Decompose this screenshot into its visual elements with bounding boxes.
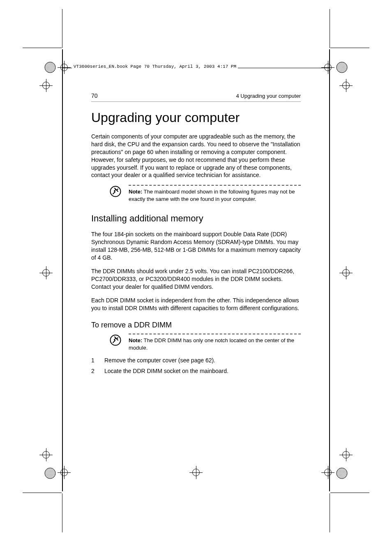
crop-mark — [330, 48, 369, 48]
body-paragraph: The DDR DIMMs should work under 2.5 volt… — [91, 267, 301, 291]
crop-mark — [330, 9, 330, 48]
svg-point-7 — [337, 468, 347, 479]
body-paragraph: Each DDR DIMM socket is independent from… — [91, 297, 301, 312]
note-block: Note: The DDR DIMM has only one notch lo… — [91, 334, 301, 351]
note-block: Note: The mainboard model shown in the f… — [91, 185, 301, 203]
crop-mark — [330, 493, 369, 493]
svg-point-1 — [45, 62, 55, 73]
page-content: 70 4 Upgrading your computer Upgrading y… — [91, 92, 301, 377]
page-header: 70 4 Upgrading your computer — [91, 92, 301, 99]
note-text: Note: The DDR DIMM has only one notch lo… — [129, 337, 301, 351]
registration-mark-icon — [336, 62, 348, 73]
crosshair-icon — [39, 266, 53, 279]
crop-mark — [62, 9, 62, 48]
page-number: 70 — [91, 92, 98, 99]
crop-mark — [330, 493, 330, 532]
registration-mark-icon — [336, 467, 348, 479]
intro-paragraph: Certain components of your computer are … — [91, 133, 301, 179]
svg-point-8 — [111, 187, 121, 197]
svg-point-5 — [45, 468, 55, 479]
section-heading: Installing additional memory — [91, 213, 301, 224]
note-icon — [110, 186, 121, 197]
dashed-divider — [129, 334, 301, 334]
header-divider — [91, 101, 301, 102]
note-text: Note: The mainboard model shown in the f… — [129, 188, 301, 203]
note-icon — [110, 334, 121, 346]
crosshair-icon — [39, 79, 53, 92]
step-number: 1 — [91, 356, 104, 365]
step-item: 1 Remove the computer cover (see page 62… — [91, 356, 301, 365]
crosshair-icon — [339, 448, 353, 461]
step-text: Remove the computer cover (see page 62). — [104, 356, 215, 365]
step-text: Locate the DDR DIMM socket on the mainbo… — [104, 366, 228, 375]
body-paragraph: The four 184-pin sockets on the mainboar… — [91, 230, 301, 262]
subsection-heading: To remove a DDR DIMM — [91, 321, 301, 329]
crop-mark — [62, 493, 62, 532]
crosshair-icon — [39, 448, 53, 461]
crosshair-icon — [339, 266, 353, 279]
printer-header: VT3600series_EN.book Page 70 Thursday, A… — [72, 64, 238, 69]
crop-mark — [23, 48, 62, 48]
step-number: 2 — [91, 366, 104, 375]
svg-point-9 — [111, 335, 121, 345]
registration-mark-icon — [44, 467, 56, 479]
svg-point-3 — [337, 62, 347, 73]
registration-mark-icon — [44, 62, 56, 73]
step-item: 2 Locate the DDR DIMM socket on the main… — [91, 366, 301, 375]
crosshair-icon — [339, 79, 353, 92]
crop-mark — [23, 493, 62, 493]
chapter-title: 4 Upgrading your computer — [236, 93, 301, 99]
page-title: Upgrading your computer — [91, 110, 301, 125]
dashed-divider — [129, 185, 301, 186]
